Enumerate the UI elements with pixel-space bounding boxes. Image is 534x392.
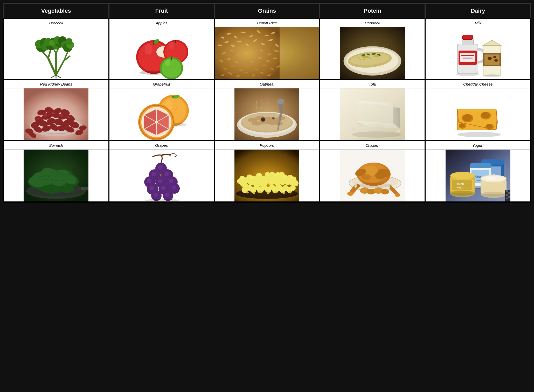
svg-point-313 bbox=[290, 185, 296, 191]
label-brown-rice: Brown Rice bbox=[215, 19, 319, 27]
svg-point-211 bbox=[462, 114, 472, 121]
svg-text:WELL: WELL bbox=[456, 186, 463, 189]
svg-point-346 bbox=[355, 183, 392, 188]
svg-point-217 bbox=[459, 123, 465, 128]
svg-point-105 bbox=[363, 56, 369, 58]
svg-point-27 bbox=[66, 38, 72, 45]
svg-point-191 bbox=[277, 99, 284, 104]
label-tofu: Tofu bbox=[320, 80, 425, 88]
svg-point-282 bbox=[256, 173, 262, 179]
image-brown-rice bbox=[215, 27, 319, 79]
svg-point-37 bbox=[169, 42, 174, 49]
svg-point-267 bbox=[145, 199, 179, 201]
cell-tofu: Tofu bbox=[320, 80, 425, 141]
svg-point-41 bbox=[165, 60, 170, 66]
col-header-dairy: Dairy bbox=[425, 3, 531, 18]
label-oatmeal: Oatmeal bbox=[215, 80, 319, 88]
cell-brown-rice: Brown Rice bbox=[214, 18, 320, 80]
svg-point-175 bbox=[155, 121, 158, 124]
image-broccoli bbox=[4, 27, 108, 79]
svg-point-256 bbox=[169, 179, 174, 183]
svg-rect-113 bbox=[461, 55, 474, 56]
image-tofu bbox=[320, 88, 425, 140]
label-kidney-beans: Red Kidney Beans bbox=[4, 80, 108, 88]
cell-yogurt: Yogurt Alber Yogurt bbox=[425, 141, 531, 202]
svg-point-288 bbox=[269, 172, 275, 178]
food-grid: Vegetables Fruit Grains Potein Dairy Bro… bbox=[3, 3, 531, 203]
svg-rect-42 bbox=[171, 57, 172, 60]
svg-marker-117 bbox=[483, 40, 501, 45]
label-spinach: Spinach bbox=[4, 141, 108, 150]
svg-point-31 bbox=[145, 44, 152, 54]
svg-point-161 bbox=[176, 107, 177, 108]
svg-point-258 bbox=[149, 186, 154, 190]
svg-point-326 bbox=[284, 176, 286, 178]
image-chicken bbox=[320, 150, 425, 201]
svg-point-367 bbox=[451, 191, 474, 196]
image-popcorn bbox=[215, 150, 319, 201]
col-header-fruit: Fruit bbox=[109, 3, 214, 18]
svg-text:AMBE: AMBE bbox=[456, 183, 464, 186]
cell-cheddar: Cheddar Cheese bbox=[425, 80, 531, 141]
svg-marker-218 bbox=[458, 109, 496, 111]
cell-milk: Milk bbox=[425, 18, 531, 80]
cell-apples: Apples bbox=[109, 18, 214, 80]
col-header-protein: Potein bbox=[320, 3, 425, 18]
svg-text:Alber: Alber bbox=[475, 175, 481, 178]
svg-point-206 bbox=[457, 132, 501, 137]
svg-rect-377 bbox=[506, 194, 508, 196]
svg-point-106 bbox=[374, 55, 379, 57]
cell-kidney-beans: Red Kidney Beans bbox=[3, 80, 109, 141]
svg-point-262 bbox=[172, 185, 176, 190]
svg-rect-114 bbox=[462, 58, 473, 59]
image-spinach bbox=[4, 150, 108, 201]
svg-point-246 bbox=[158, 165, 163, 170]
label-apples: Apples bbox=[109, 19, 214, 27]
image-grapes bbox=[109, 150, 214, 201]
svg-point-322 bbox=[250, 177, 252, 179]
svg-point-250 bbox=[164, 172, 169, 176]
svg-point-266 bbox=[165, 193, 169, 197]
svg-point-163 bbox=[175, 109, 176, 110]
cell-grapes: Grapes bbox=[109, 141, 214, 202]
svg-point-338 bbox=[347, 192, 353, 196]
cell-popcorn: Popcorn bbox=[214, 141, 320, 202]
svg-rect-110 bbox=[462, 35, 473, 40]
cell-spinach: Spinach bbox=[3, 141, 109, 202]
label-chicken: Chicken bbox=[320, 141, 425, 150]
svg-point-252 bbox=[147, 179, 151, 183]
image-grapefruit bbox=[109, 88, 214, 140]
image-oatmeal bbox=[215, 88, 319, 140]
image-yogurt: Alber Yogurt Alber Yogurt AMBE WE bbox=[426, 150, 530, 201]
cell-chicken: Chicken bbox=[320, 141, 425, 202]
svg-point-115 bbox=[456, 73, 479, 76]
svg-line-9 bbox=[51, 75, 56, 78]
cell-haddock: Haddock bbox=[320, 18, 425, 80]
col-header-vegetables: Vegetables bbox=[3, 3, 109, 18]
svg-point-192 bbox=[261, 117, 265, 122]
svg-point-345 bbox=[381, 189, 389, 194]
svg-point-340 bbox=[395, 193, 400, 197]
svg-point-327 bbox=[291, 177, 293, 178]
image-milk bbox=[426, 27, 530, 79]
svg-rect-376 bbox=[508, 192, 510, 194]
svg-rect-38 bbox=[175, 40, 176, 43]
label-haddock: Haddock bbox=[320, 19, 425, 27]
svg-point-294 bbox=[279, 172, 285, 178]
svg-point-273 bbox=[237, 179, 242, 184]
label-grapefruit: Grapefruit bbox=[109, 80, 214, 88]
svg-rect-379 bbox=[506, 198, 508, 199]
svg-line-2 bbox=[48, 49, 51, 58]
svg-point-325 bbox=[275, 173, 277, 175]
svg-point-213 bbox=[481, 112, 489, 118]
image-apples bbox=[109, 27, 214, 79]
svg-point-321 bbox=[241, 177, 243, 179]
svg-point-372 bbox=[486, 176, 496, 180]
svg-point-362 bbox=[450, 172, 475, 179]
svg-line-11 bbox=[56, 75, 61, 78]
svg-point-323 bbox=[258, 174, 260, 176]
image-haddock bbox=[320, 27, 425, 79]
label-cheddar: Cheddar Cheese bbox=[426, 80, 530, 88]
cell-oatmeal: Oatmeal bbox=[214, 80, 320, 141]
svg-rect-375 bbox=[506, 190, 508, 192]
